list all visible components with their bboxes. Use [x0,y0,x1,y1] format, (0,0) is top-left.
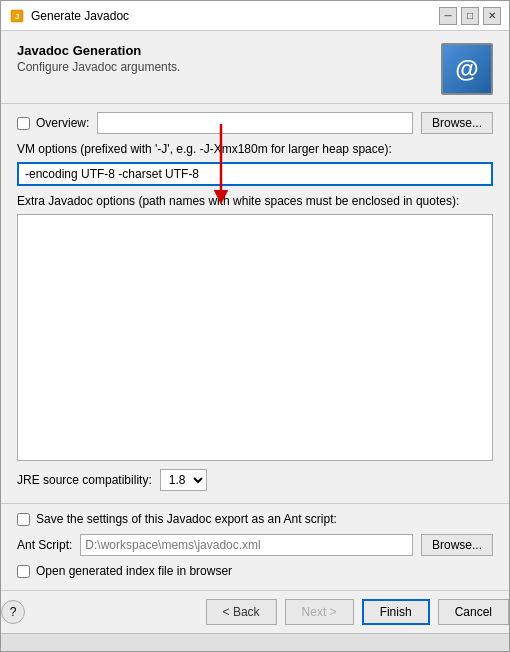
ant-script-row: Ant Script: Browse... [17,534,493,556]
main-content: Javadoc Generation Configure Javadoc arg… [1,31,509,503]
open-index-checkbox[interactable] [17,565,30,578]
save-settings-label: Save the settings of this Javadoc export… [36,512,337,526]
jre-row: JRE source compatibility: 1.8 1.5 1.6 1.… [17,469,493,491]
javadoc-logo [441,43,493,95]
vm-options-section: VM options (prefixed with '-J', e.g. -J-… [17,142,493,186]
jre-label: JRE source compatibility: [17,473,152,487]
back-button[interactable]: < Back [206,599,277,625]
svg-text:J: J [15,12,19,21]
help-button[interactable]: ? [1,600,25,624]
open-index-label: Open generated index file in browser [36,564,232,578]
next-button[interactable]: Next > [285,599,354,625]
close-button[interactable]: ✕ [483,7,501,25]
header-text: Javadoc Generation Configure Javadoc arg… [17,43,180,74]
title-bar: J Generate Javadoc ─ □ ✕ [1,1,509,31]
overview-checkbox-row: Overview: [17,116,89,130]
vm-options-label: VM options (prefixed with '-J', e.g. -J-… [17,142,493,156]
overview-label: Overview: [36,116,89,130]
cancel-button[interactable]: Cancel [438,599,509,625]
extra-options-section: Extra Javadoc options (path names with w… [17,194,493,461]
maximize-button[interactable]: □ [461,7,479,25]
generate-javadoc-window: J Generate Javadoc ─ □ ✕ Javadoc Generat… [0,0,510,652]
open-index-row: Open generated index file in browser [17,564,493,578]
extra-options-label: Extra Javadoc options (path names with w… [17,194,493,208]
overview-checkbox[interactable] [17,117,30,130]
window-icon: J [9,8,25,24]
header-divider [1,103,509,104]
footer-section: Save the settings of this Javadoc export… [1,503,509,590]
ant-browse-button[interactable]: Browse... [421,534,493,556]
vm-options-input[interactable] [17,162,493,186]
overview-browse-button[interactable]: Browse... [421,112,493,134]
window-controls: ─ □ ✕ [439,7,501,25]
minimize-button[interactable]: ─ [439,7,457,25]
window-title: Generate Javadoc [31,9,439,23]
extra-options-textarea[interactable] [17,214,493,461]
save-settings-row: Save the settings of this Javadoc export… [17,512,493,526]
ant-script-input[interactable] [80,534,413,556]
page-title: Javadoc Generation [17,43,180,58]
page-subtitle: Configure Javadoc arguments. [17,60,180,74]
overview-row: Overview: Browse... [17,112,493,134]
overview-input[interactable] [97,112,413,134]
status-bar [1,633,509,651]
header-section: Javadoc Generation Configure Javadoc arg… [17,43,493,95]
button-row: ? < Back Next > Finish Cancel [1,590,509,633]
jre-select[interactable]: 1.8 1.5 1.6 1.7 9 10 11 [160,469,207,491]
save-settings-checkbox[interactable] [17,513,30,526]
finish-button[interactable]: Finish [362,599,430,625]
ant-script-label: Ant Script: [17,538,72,552]
